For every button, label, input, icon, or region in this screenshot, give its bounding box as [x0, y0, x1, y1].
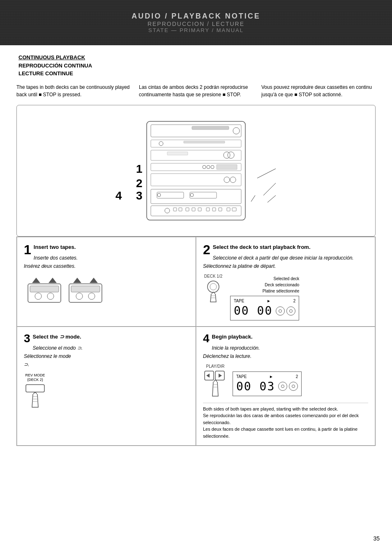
svg-point-17 [224, 177, 230, 183]
svg-rect-15 [217, 165, 237, 169]
deck-button-group: DECK 1/2 [203, 274, 224, 305]
rev-mode-svg [24, 383, 46, 409]
tape-insert-svg [24, 276, 106, 306]
rev-mode-group: REV MODE(DECK 2) [24, 373, 46, 411]
step4-reel-circles [278, 382, 298, 391]
step2-display-area: Selected deck Deck seleccionado Platine … [230, 274, 299, 320]
step2-tape-display: TAPE ► 2 00 00 [230, 296, 299, 320]
step4-subtitle1: Inicie la reproducción. [203, 344, 368, 352]
svg-point-43 [47, 293, 54, 299]
selected-deck-note: Selected deck Deck seleccionado Platine … [230, 276, 299, 294]
svg-point-10 [228, 152, 234, 158]
svg-rect-33 [219, 208, 222, 211]
header-bar: AUDIO / PLAYBACK NOTICE REPRODUCCION / L… [0, 0, 392, 45]
intro-col3: Vous pouvez reproduire deux cassettes en… [261, 84, 376, 98]
page-number: 35 [373, 535, 380, 542]
step4-tape-display: TAPE ► 2 00 03 [233, 371, 302, 396]
svg-rect-47 [71, 286, 100, 292]
diagram-box: 1 2 3 4 [16, 105, 376, 237]
intro-col1: The tapes in both decks can be continuou… [16, 84, 131, 98]
header-line3: STATE — PRIMARY / MANUAL [131, 27, 260, 33]
bottom-note1: Both sides of both tapes are played, sta… [203, 406, 368, 413]
svg-marker-44 [32, 278, 40, 283]
header-line2: REPRODUCCION / LECTURE [131, 21, 260, 27]
header-text: AUDIO / PLAYBACK NOTICE REPRODUCCION / L… [131, 12, 260, 33]
svg-rect-21 [190, 192, 217, 198]
step1-cell: 1 Insert two tapes. Inserte dos casetes.… [17, 237, 196, 327]
svg-point-2 [233, 128, 240, 134]
bottom-note3: Les deux faces de chaque cassette sont l… [203, 426, 368, 439]
step3-cell: 3 Select the ⊃ mode. Seleccione el modo … [17, 327, 196, 446]
svg-point-49 [88, 293, 95, 299]
bottom-note2: Se reproducirán las dos caras de ambos c… [203, 412, 368, 426]
svg-marker-63 [219, 374, 222, 378]
svg-point-9 [224, 152, 230, 158]
svg-rect-32 [212, 208, 216, 211]
step4-controls: PLAY/DIR [203, 364, 368, 399]
step3-title: Select the ⊃ mode. [24, 333, 189, 341]
svg-rect-29 [192, 208, 195, 211]
svg-point-13 [207, 165, 210, 169]
step2-controls: DECK 1/2 Selected deck De [203, 274, 368, 320]
svg-rect-20 [157, 192, 184, 198]
svg-point-22 [157, 193, 161, 197]
step4-display-area: TAPE ► 2 00 03 [233, 364, 302, 396]
deck-button-label: DECK 1/2 [203, 274, 224, 278]
reel1 [276, 306, 285, 316]
step4-subtitle2: Déclenchez la lecture. [203, 353, 368, 360]
svg-marker-61 [206, 374, 210, 378]
step3-number: 3 [24, 333, 30, 344]
svg-rect-41 [30, 286, 59, 292]
svg-marker-45 [48, 278, 57, 283]
svg-rect-19 [151, 189, 241, 204]
svg-rect-31 [206, 208, 210, 211]
svg-rect-8 [167, 152, 188, 155]
device-diagram-svg [126, 117, 266, 224]
deck-button-svg [203, 279, 224, 304]
svg-point-48 [76, 293, 83, 299]
svg-rect-26 [173, 208, 177, 211]
svg-point-52 [208, 281, 219, 292]
main-content: CONTINUOUS PLAYBACK REPRODUCCIÓN CONTINU… [0, 45, 392, 454]
svg-point-18 [230, 177, 236, 183]
title-section: CONTINUOUS PLAYBACK REPRODUCCIÓN CONTINU… [16, 53, 376, 78]
steps-grid: 1 Insert two tapes. Inserte dos casetes.… [16, 237, 376, 446]
svg-rect-56 [26, 385, 44, 392]
svg-rect-35 [232, 208, 236, 211]
svg-rect-30 [198, 208, 201, 211]
play-button-group: PLAY/DIR [203, 364, 228, 399]
step2-cell: 2 Select the deck to start playback from… [196, 237, 375, 327]
step1-subtitle1: Inserte dos casetes. [24, 254, 189, 262]
step2-subtitle2: Sélectionnez la platine de départ. [203, 262, 368, 270]
step2-subtitle1: Seleccione el deck a partir del que dese… [203, 254, 368, 262]
bottom-note: Both sides of both tapes are played, sta… [203, 403, 368, 440]
title-line3: LECTURE CONTINUE [18, 70, 376, 78]
svg-rect-16 [151, 174, 241, 186]
header-line1: AUDIO / PLAYBACK NOTICE [131, 12, 260, 21]
svg-line-38 [267, 195, 276, 202]
svg-point-25 [165, 208, 170, 213]
rev-mode-label: REV MODE(DECK 2) [24, 373, 46, 383]
intro-col2: Las cintas de ambos decks 2 podrán repro… [139, 84, 253, 98]
svg-point-23 [190, 193, 194, 197]
svg-point-42 [35, 293, 42, 299]
svg-point-14 [211, 165, 214, 169]
svg-rect-28 [186, 208, 189, 211]
step4-title: Begin playback. [203, 333, 368, 341]
intro-columns: The tapes in both decks can be continuou… [16, 84, 376, 98]
svg-point-12 [203, 165, 206, 169]
step4-reel2 [289, 382, 298, 391]
digit-row: 00 00 [234, 304, 295, 318]
step2-number: 2 [203, 243, 210, 256]
svg-rect-34 [227, 208, 230, 211]
svg-rect-5 [184, 141, 225, 143]
svg-rect-27 [179, 208, 182, 211]
step2-title: Select the deck to start playback from. [203, 243, 368, 251]
title-line1: CONTINUOUS PLAYBACK [18, 53, 376, 62]
step3-subtitle2b: ⊃. [24, 361, 189, 368]
diagram-label4: 4 [115, 189, 122, 202]
step1-number: 1 [24, 243, 31, 256]
step3-subtitle1: Seleccione el modo ⊃. [24, 344, 189, 352]
step4-number: 4 [203, 333, 210, 344]
svg-point-53 [210, 283, 217, 290]
